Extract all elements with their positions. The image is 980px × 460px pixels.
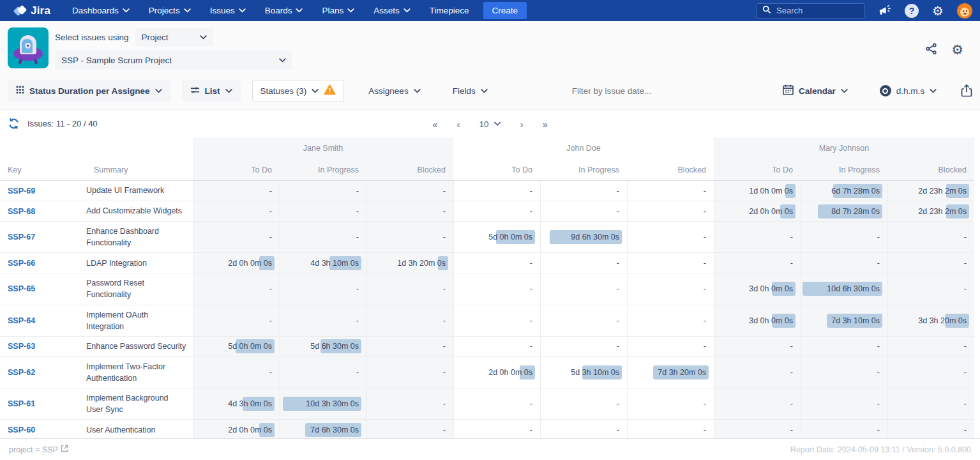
assignees-filter-button[interactable]: Assignees [361,80,428,102]
user-avatar[interactable] [957,3,972,19]
duration-cell: - [801,337,887,356]
status-column-header: In Progress [540,159,627,180]
summary-cell: LDAP Integration [86,253,193,273]
duration-cell: - [366,201,453,221]
duration-value: - [356,368,359,377]
issue-date-filter-input[interactable] [572,86,687,96]
key-cell: SSP-62 [0,357,86,388]
duration-value: 2d 23h 2m 0s [918,187,967,195]
summary-cell: Update UI Framework [86,181,193,201]
duration-value: - [877,368,880,377]
nav-issues[interactable]: Issues [210,6,246,15]
duration-value: - [269,284,272,293]
duration-cell: 2d 0h 0m 0s [193,253,280,273]
refresh-icon[interactable] [8,118,20,130]
issue-key-link[interactable]: SSP-66 [8,259,35,268]
duration-cell: 1d 3h 20m 0s [366,253,453,273]
issue-key-link[interactable]: SSP-68 [8,207,35,216]
duration-cell: - [453,305,540,336]
issue-source-select[interactable]: Project [135,27,213,47]
nav-projects[interactable]: Projects [149,6,191,15]
settings-gear-icon[interactable]: ⚙ [932,4,944,17]
key-cell: SSP-64 [0,305,86,336]
duration-cell: - [801,222,887,252]
duration-cell: 7d 6h 30m 0s [280,420,366,440]
duration-cell: - [453,181,540,201]
statuses-filter-button[interactable]: Statuses (3) [252,80,345,102]
duration-value: - [443,342,446,351]
help-icon[interactable]: ? [905,4,919,18]
status-column-header: Blocked [627,159,714,180]
jql-link[interactable]: project = SSP [9,445,68,454]
nav-boards[interactable]: Boards [265,6,303,15]
calendar-button[interactable]: Calendar [775,80,856,102]
grid-icon [16,86,24,96]
page-size-select[interactable]: 10 [479,119,501,128]
announcements-icon[interactable] [878,5,891,17]
duration-value: 2d 0h 0m 0s [228,425,272,434]
share-icon[interactable] [925,43,937,55]
summary-cell: Implement Background User Sync [86,388,193,419]
duration-format-button[interactable]: d.h.m.s [872,80,944,102]
table-row: SSP-69Update UI Framework------1d 0h 0m … [0,181,974,201]
external-link-icon [61,445,68,454]
view-mode-button[interactable]: List [182,80,241,102]
global-search[interactable] [757,3,865,19]
duration-cell: - [627,253,714,273]
report-type-button[interactable]: Status Duration per Assignee [8,80,170,102]
key-column-header: Key [0,159,86,180]
duration-value: - [530,399,532,408]
issue-key-link[interactable]: SSP-63 [8,342,35,351]
issue-key-link[interactable]: SSP-64 [8,316,35,325]
prev-page-button[interactable]: ‹ [456,118,460,129]
first-page-button[interactable]: « [432,118,437,129]
duration-cell: - [887,222,974,252]
issue-key-link[interactable]: SSP-60 [8,425,35,434]
chevron-down-icon [225,89,232,93]
issue-key-link[interactable]: SSP-65 [8,284,35,293]
assignee-group-label: John Doe [453,137,714,159]
issue-key-link[interactable]: SSP-61 [8,399,35,408]
duration-value: - [530,425,532,434]
duration-value: - [704,187,706,195]
issue-key-link[interactable]: SSP-67 [8,233,35,241]
duration-value: - [269,316,272,325]
duration-cell: - [366,222,453,252]
duration-cell: - [627,337,714,356]
nav-timepiece[interactable]: Timepiece [430,6,469,15]
duration-value: - [269,187,272,195]
last-page-button[interactable]: » [543,118,548,129]
duration-value: - [443,233,446,241]
issue-key-link[interactable]: SSP-69 [8,187,35,195]
duration-value: - [617,259,619,268]
nav-assets[interactable]: Assets [373,6,411,15]
nav-plans[interactable]: Plans [322,6,354,15]
fields-button[interactable]: Fields [445,80,495,102]
export-icon[interactable] [961,84,972,97]
duration-value: - [356,316,359,325]
duration-cell: 10d 3h 30m 0s [280,388,366,419]
nav-dashboards[interactable]: Dashboards [72,6,130,15]
key-cell: SSP-63 [0,337,86,356]
duration-cell: 8d 7h 28m 0s [801,201,887,221]
duration-cell: - [193,273,280,304]
jira-logo[interactable]: Jira [14,4,50,17]
duration-value: 4d 3h 10m 0s [310,259,359,268]
duration-cell: 10d 6h 30m 0s [801,273,887,304]
search-icon [762,5,771,16]
issue-key-link[interactable]: SSP-62 [8,368,35,377]
project-select[interactable]: SSP - Sample Scrum Project [55,50,292,70]
duration-cell: - [887,357,974,388]
duration-value: - [356,187,359,195]
gadget-settings-icon[interactable]: ⚙ [951,43,963,56]
app-logo-icon [8,27,49,68]
duration-value: - [530,207,532,216]
duration-cell: - [627,181,714,201]
search-input[interactable] [776,6,853,15]
summary-cell: Implement OAuth Integration [86,305,193,336]
duration-value: - [443,316,446,325]
key-cell: SSP-66 [0,253,86,273]
next-page-button[interactable]: › [520,118,524,129]
create-button[interactable]: Create [483,2,527,19]
duration-cell: - [540,253,627,273]
